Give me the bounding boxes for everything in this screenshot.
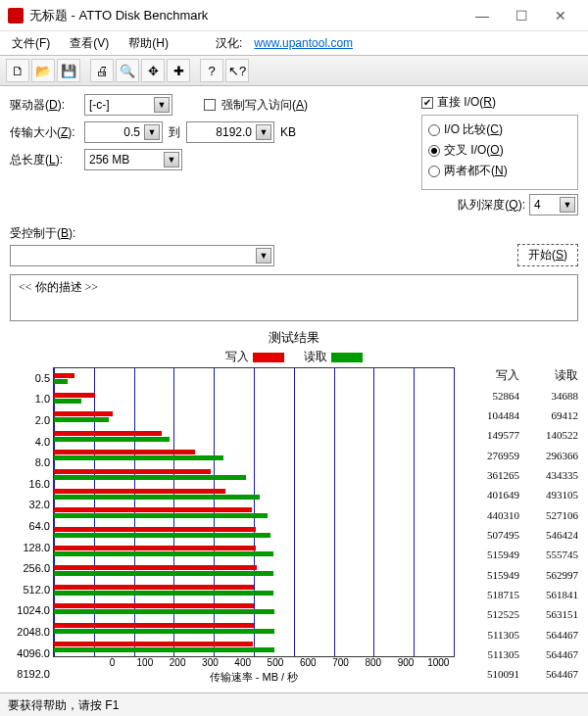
data-row: 511305564467: [461, 644, 578, 664]
app-icon: [8, 8, 24, 24]
xfer-to-combo[interactable]: 8192.0▼: [186, 121, 274, 143]
move-icon[interactable]: ✥: [141, 59, 165, 82]
menu-view[interactable]: 查看(V): [66, 33, 113, 54]
menu-bar: 文件(F) 查看(V) 帮助(H) 汉化: www.upantool.com: [0, 31, 588, 55]
bar: [54, 527, 256, 532]
cn-label: 汉化:: [216, 35, 242, 52]
direct-io-checkbox[interactable]: ✔: [421, 97, 433, 109]
bar: [54, 469, 211, 474]
drive-combo[interactable]: [-c-]▼: [84, 94, 172, 116]
force-write-label: 强制写入访问(A): [221, 97, 308, 114]
status-bar: 要获得帮助，请按 F1: [0, 692, 588, 716]
io-mode-label-2: 两者都不(N): [444, 163, 508, 179]
new-icon[interactable]: 🗋: [6, 59, 29, 82]
queue-label: 队列深度(Q):: [458, 197, 525, 214]
bar: [54, 475, 246, 480]
direct-io-label: 直接 I/O(R): [437, 94, 496, 111]
bar: [54, 571, 273, 576]
window-title: 无标题 - ATTO Disk Benchmark: [29, 7, 463, 24]
chart-plot-area: [53, 367, 455, 657]
bar: [54, 533, 270, 538]
data-row: 515949562997: [461, 565, 578, 585]
data-row: 149577140522: [461, 426, 578, 446]
data-row: 512525563151: [461, 605, 578, 625]
print-icon[interactable]: 🖨: [90, 59, 114, 82]
help-icon[interactable]: ?: [200, 59, 223, 82]
start-button[interactable]: 开始(S): [517, 244, 578, 266]
data-row: 10448469412: [461, 406, 578, 425]
bar: [54, 585, 254, 590]
description-box[interactable]: << 你的描述 >>: [10, 274, 578, 321]
bar: [54, 495, 260, 500]
bar: [54, 551, 273, 556]
io-mode-radio-2[interactable]: [428, 166, 440, 177]
chart-legend: 写入读取: [10, 349, 578, 365]
bar: [54, 399, 81, 404]
bar: [54, 411, 113, 416]
open-icon[interactable]: 📂: [31, 59, 55, 82]
io-mode-group: I/O 比较(C)交叉 I/O(O)两者都不(N): [421, 115, 578, 190]
bar: [54, 393, 95, 398]
io-mode-radio-1[interactable]: [428, 145, 440, 157]
bar: [54, 603, 254, 608]
to-label: 到: [169, 124, 180, 141]
x-axis-ticks: 01002003004005006007008009001000: [96, 657, 455, 668]
legend-swatch: [253, 353, 284, 362]
data-row: 510091564467: [461, 665, 578, 685]
data-row: 276959296366: [461, 446, 578, 465]
data-row: 511305564467: [461, 625, 578, 644]
save-icon[interactable]: 💾: [57, 59, 80, 82]
bar: [54, 546, 256, 550]
bar: [54, 513, 268, 518]
maximize-button[interactable]: ☐: [502, 2, 541, 29]
xfer-label: 传输大小(Z):: [10, 124, 78, 141]
bar: [54, 647, 274, 652]
title-bar: 无标题 - ATTO Disk Benchmark — ☐ ✕: [0, 0, 588, 31]
bar: [54, 642, 253, 646]
controlled-combo[interactable]: ▼: [10, 245, 274, 266]
drive-label: 驱动器(D):: [10, 97, 78, 114]
bar: [54, 609, 274, 614]
bar: [54, 379, 68, 384]
controlled-label: 受控制于(B):: [10, 225, 75, 242]
bar: [54, 450, 195, 454]
xfer-from-combo[interactable]: 0.5▼: [84, 121, 163, 143]
cross-icon[interactable]: ✚: [167, 59, 190, 82]
data-row: 361265434335: [461, 465, 578, 485]
close-button[interactable]: ✕: [541, 2, 580, 29]
menu-help[interactable]: 帮助(H): [124, 33, 172, 54]
bar: [54, 489, 225, 494]
toolbar: 🗋 📂 💾 🖨 🔍 ✥ ✚ ? ↖?: [0, 55, 588, 86]
data-row: 401649493105: [461, 486, 578, 505]
io-mode-radio-0[interactable]: [428, 124, 440, 136]
unit-label: KB: [280, 125, 296, 139]
length-combo[interactable]: 256 MB▼: [84, 149, 182, 170]
x-axis-label: 传输速率 - MB / 秒: [53, 670, 455, 685]
io-mode-label-1: 交叉 I/O(O): [444, 142, 504, 159]
menu-file[interactable]: 文件(F): [8, 33, 54, 54]
length-label: 总长度(L):: [10, 152, 78, 168]
force-write-checkbox[interactable]: [204, 99, 216, 111]
bar: [54, 373, 74, 378]
bar: [54, 591, 273, 596]
data-row: 507495546424: [461, 525, 578, 545]
bar: [54, 507, 252, 512]
homepage-link[interactable]: www.upantool.com: [254, 36, 353, 50]
data-row: 5286434688: [461, 386, 578, 406]
queue-combo[interactable]: 4▼: [529, 194, 578, 215]
bar: [54, 431, 162, 436]
results-title: 测试结果: [10, 329, 578, 347]
bar: [54, 623, 254, 628]
bar: [54, 417, 109, 422]
data-table-header: 写入读取: [461, 367, 578, 384]
bar: [54, 437, 170, 442]
bar: [54, 629, 274, 634]
pointer-icon[interactable]: ↖?: [225, 59, 249, 82]
y-axis-labels: 0.51.02.04.08.016.032.064.0128.0256.0512…: [10, 367, 53, 685]
data-row: 440310527106: [461, 505, 578, 525]
minimize-button[interactable]: —: [463, 2, 502, 29]
preview-icon[interactable]: 🔍: [116, 59, 139, 82]
io-mode-label-0: I/O 比较(C): [444, 121, 503, 138]
data-row: 515949555745: [461, 546, 578, 565]
data-row: 518715561841: [461, 585, 578, 604]
